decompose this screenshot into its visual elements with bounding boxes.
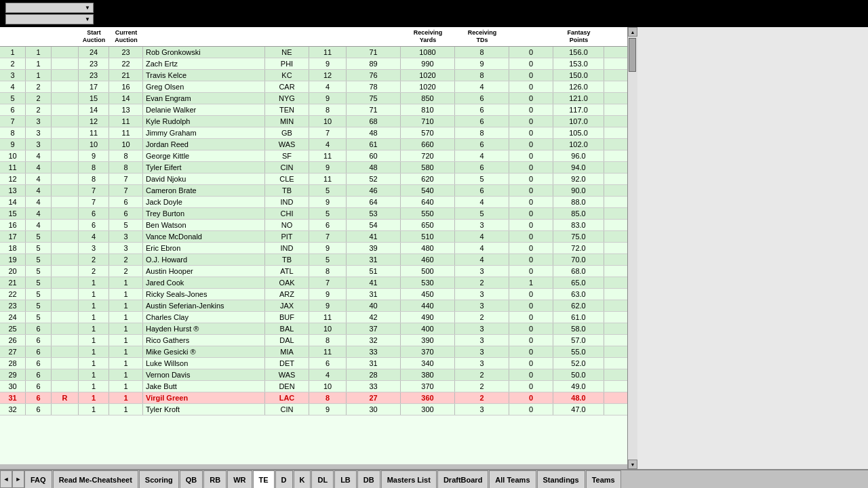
- cell-receptions: 33: [347, 346, 401, 357]
- cell-receptions: 68: [347, 116, 401, 127]
- tab-d[interactable]: D: [275, 470, 293, 488]
- cell-fumbles: 0: [509, 208, 553, 219]
- table-row[interactable]: 9 3 10 10 Jordan Reed WAS 4 61 660 6 0 1…: [0, 139, 627, 150]
- cell-rf: [52, 127, 79, 138]
- table-row[interactable]: 16 4 6 5 Ben Watson NO 6 54 650 3 0 83.0: [0, 220, 627, 231]
- cell-current-auction: 7: [109, 185, 143, 196]
- tab-lb[interactable]: LB: [334, 470, 357, 488]
- cell-current-auction: 1: [109, 381, 143, 392]
- cell-tier: 5: [26, 254, 52, 265]
- tab-draftboard[interactable]: DraftBoard: [437, 470, 488, 488]
- table-row[interactable]: 23 5 1 1 Austin Seferian-Jenkins JAX 9 4…: [0, 300, 627, 312]
- table-row[interactable]: 11 4 8 8 Tyler Eifert CIN 9 48 580 6 0 9…: [0, 162, 627, 174]
- table-row[interactable]: 8 3 11 11 Jimmy Graham GB 7 48 570 8 0 1…: [0, 127, 627, 139]
- table-row[interactable]: 6 2 14 13 Delanie Walker TEN 8 71 810 6 …: [0, 104, 627, 116]
- table-row[interactable]: 7 3 12 11 Kyle Rudolph MIN 10 68 710 6 0…: [0, 116, 627, 127]
- cell-bye: 7: [309, 127, 347, 138]
- table-row[interactable]: 20 5 2 2 Austin Hooper ATL 8 51 500 3 0 …: [0, 266, 627, 277]
- cell-player: Cameron Brate: [143, 185, 265, 196]
- table-row[interactable]: 19 5 2 2 O.J. Howard TB 5 31 460 4 0 70.…: [0, 254, 627, 266]
- tab-qb[interactable]: QB: [180, 470, 203, 488]
- cell-start-auction: 1: [79, 323, 109, 334]
- cell-receptions: 51: [347, 266, 401, 277]
- vertical-scrollbar[interactable]: ▲ ▼: [627, 27, 637, 469]
- cell-fantasy-points: 107.0: [553, 116, 604, 127]
- table-row[interactable]: 31 6 R 1 1 Virgil Green LAC 8 27 360 2 0…: [0, 392, 627, 404]
- cell-tier: 3: [26, 127, 52, 138]
- tab-scoring[interactable]: Scoring: [139, 470, 179, 488]
- cell-current-auction: 1: [109, 392, 143, 403]
- table-row[interactable]: 15 4 6 6 Trey Burton CHI 5 53 550 5 0 85…: [0, 208, 627, 220]
- cell-receptions: 76: [347, 70, 401, 81]
- cell-rf: [52, 254, 79, 265]
- table-row[interactable]: 28 6 1 1 Luke Willson DET 6 31 340 3 0 5…: [0, 358, 627, 369]
- cell-start-auction: 24: [79, 47, 109, 58]
- cell-bye: 9: [309, 93, 347, 104]
- tab-te[interactable]: TE: [253, 470, 275, 488]
- tab-standings[interactable]: Standings: [537, 470, 585, 488]
- table-row[interactable]: 13 4 7 7 Cameron Brate TB 5 46 540 6 0 9…: [0, 185, 627, 197]
- tab-scroll-left[interactable]: ◄: [0, 470, 12, 488]
- table-row[interactable]: 4 2 17 16 Greg Olsen CAR 4 78 1020 4 0 1…: [0, 81, 627, 93]
- cell-fumbles: 0: [509, 358, 553, 369]
- table-row[interactable]: 21 5 1 1 Jared Cook OAK 7 41 530 2 1 65.…: [0, 277, 627, 289]
- table-row[interactable]: 27 6 1 1 Mike Gesicki ® MIA 11 33 370 3 …: [0, 346, 627, 358]
- fantasy-points-dropdown[interactable]: ▼: [5, 3, 94, 13]
- cell-rank: 18: [0, 243, 26, 253]
- table-row[interactable]: 25 6 1 1 Hayden Hurst ® BAL 10 37 400 3 …: [0, 323, 627, 335]
- table-row[interactable]: 18 5 3 3 Eric Ebron IND 9 39 480 4 0 72.…: [0, 243, 627, 254]
- tab-teams[interactable]: Teams: [586, 470, 621, 488]
- cell-fumbles: 0: [509, 300, 553, 311]
- cell-fantasy-points: 70.0: [553, 254, 604, 265]
- cell-team: PHI: [265, 58, 309, 69]
- cell-team: GB: [265, 127, 309, 138]
- cell-rec-yards: 510: [401, 231, 455, 242]
- cell-team: BAL: [265, 323, 309, 334]
- tab-rb[interactable]: RB: [203, 470, 226, 488]
- tab-dl[interactable]: DL: [311, 470, 334, 488]
- cell-start-auction: 8: [79, 174, 109, 184]
- tab-wr[interactable]: WR: [227, 470, 252, 488]
- recalculate-dropdown[interactable]: ▼: [5, 14, 94, 24]
- table-row[interactable]: 5 2 15 14 Evan Engram NYG 9 75 850 6 0 1…: [0, 93, 627, 104]
- table-row[interactable]: 30 6 1 1 Jake Butt DEN 10 33 370 2 0 49.…: [0, 381, 627, 392]
- table-row[interactable]: 3 1 23 21 Travis Kelce KC 12 76 1020 8 0…: [0, 70, 627, 81]
- tab-read-me-cheatsheet[interactable]: Read Me-Cheatsheet: [53, 470, 138, 488]
- scroll-up-btn[interactable]: ▲: [628, 27, 637, 37]
- table-row[interactable]: 29 6 1 1 Vernon Davis WAS 4 28 380 2 0 5…: [0, 369, 627, 381]
- table-row[interactable]: 1 1 24 23 Rob Gronkowski NE 11 71 1080 8…: [0, 47, 627, 58]
- cell-team: DET: [265, 358, 309, 369]
- tab-k[interactable]: K: [294, 470, 311, 488]
- table-row[interactable]: 17 5 4 3 Vance McDonald PIT 7 41 510 4 0…: [0, 231, 627, 243]
- cell-current-auction: 1: [109, 323, 143, 334]
- table-row[interactable]: 10 4 9 8 George Kittle SF 11 60 720 4 0 …: [0, 150, 627, 162]
- cell-rank: 3: [0, 70, 26, 81]
- scroll-track[interactable]: [628, 37, 637, 460]
- table-row[interactable]: 14 4 7 6 Jack Doyle IND 9 64 640 4 0 88.…: [0, 197, 627, 208]
- table-row[interactable]: 12 4 8 7 David Njoku CLE 11 52 620 5 0 9…: [0, 174, 627, 185]
- cell-team: OAK: [265, 277, 309, 288]
- cell-bye: 12: [309, 70, 347, 81]
- table-header: StartAuction CurrentAuction ReceivingYar…: [0, 27, 627, 47]
- cell-team: NO: [265, 220, 309, 230]
- tab-all-teams[interactable]: All Teams: [489, 470, 536, 488]
- cell-fumbles: 0: [509, 93, 553, 104]
- table-row[interactable]: 22 5 1 1 Ricky Seals-Jones ARZ 9 31 450 …: [0, 289, 627, 300]
- cell-bye: 4: [309, 81, 347, 92]
- cell-fantasy-points: 65.0: [553, 277, 604, 288]
- table-row[interactable]: 2 1 23 22 Zach Ertz PHI 9 89 990 9 0 153…: [0, 58, 627, 70]
- table-row[interactable]: 24 5 1 1 Charles Clay BUF 11 42 490 2 0 …: [0, 312, 627, 323]
- tab-scroll-right[interactable]: ►: [12, 470, 24, 488]
- cell-rec-tds: 8: [455, 127, 509, 138]
- cell-team: ARZ: [265, 289, 309, 300]
- tab-db[interactable]: DB: [357, 470, 380, 488]
- table-row[interactable]: 26 6 1 1 Rico Gathers DAL 8 32 390 3 0 5…: [0, 335, 627, 346]
- scroll-handle[interactable]: [629, 38, 636, 72]
- cell-player: David Njoku: [143, 174, 265, 184]
- scroll-down-btn[interactable]: ▼: [628, 460, 637, 469]
- table-row[interactable]: 32 6 1 1 Tyler Kroft CIN 9 30 300 3 0 47…: [0, 404, 627, 415]
- tab-masters-list[interactable]: Masters List: [381, 470, 437, 488]
- tab-faq[interactable]: FAQ: [24, 470, 52, 488]
- header: ▼ ▼: [0, 0, 868, 27]
- cell-rf: [52, 93, 79, 104]
